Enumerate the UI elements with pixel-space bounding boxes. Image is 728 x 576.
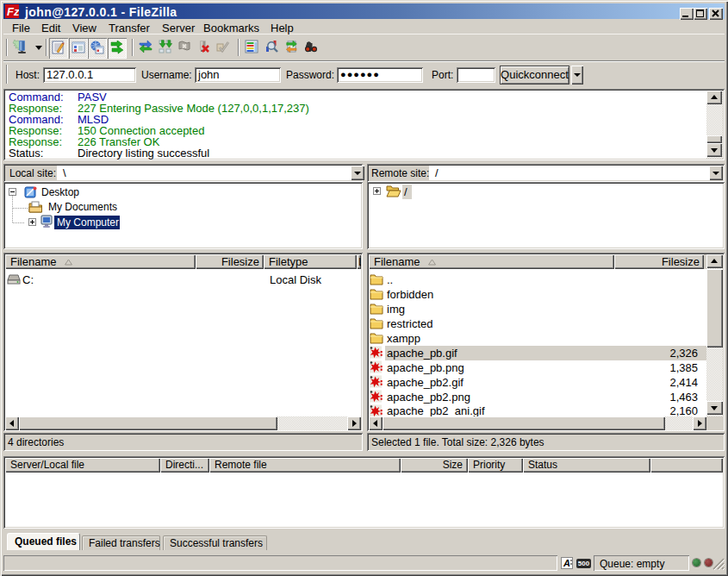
- svg-text:Fz: Fz: [7, 5, 19, 18]
